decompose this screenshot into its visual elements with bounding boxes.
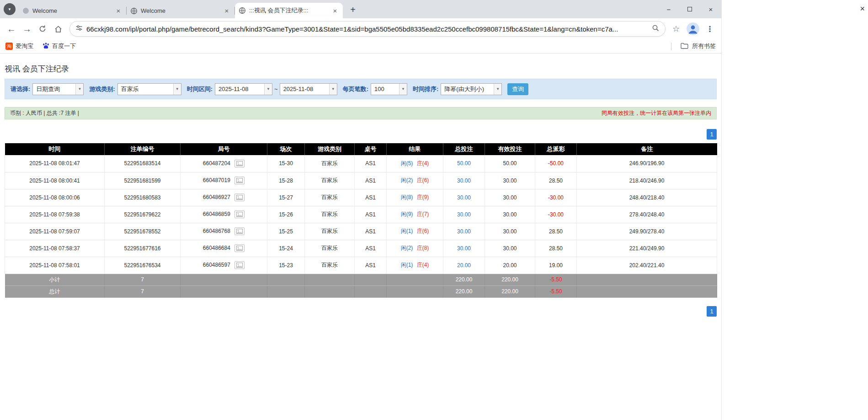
cell-valid-bet: 30.00 [485,189,535,206]
cell-result: 闲(2) 庄(8) [387,240,443,257]
subtotal-label: 小计 [5,274,105,285]
zoom-icon[interactable] [652,24,660,34]
bookmark-star-icon[interactable]: ☆ [669,22,683,36]
close-tab-icon[interactable]: × [331,6,339,15]
round-detail-icon[interactable] [234,177,245,184]
query-type-select[interactable]: 日期查询 ▼ [32,83,84,95]
round-number: 660486597 [203,262,230,268]
cell-total-bet: 30.00 [443,223,485,240]
cell-round: 660486768 [181,223,267,240]
cell-round: 660487204 [181,155,267,172]
date-to-value: 2025-11-08 [280,86,329,92]
tab-welcome-1[interactable]: Welcome × [18,3,126,18]
browser-window: ▼ Welcome × Welcome × [0,0,721,420]
all-bookmarks-button[interactable]: 所有书签 [671,42,716,50]
empty-cell [305,285,355,297]
cell-bet-id: 522951678552 [105,223,181,240]
cell-total-bet: 20.00 [443,257,485,274]
address-bar[interactable]: 66cxkj98.com/ipl/portal.php/game/betreco… [69,21,666,37]
result-banker: 庄(9) [417,194,429,200]
cell-bet-id: 522951681599 [105,172,181,189]
cell-table-no: AS1 [355,257,387,274]
result-banker: 庄(6) [417,228,429,234]
cell-note: 249.90/278.40 [577,223,717,240]
baidu-paw-icon [43,42,49,50]
new-tab-button[interactable]: + [346,3,359,16]
filter-bar: 请选择: 日期查询 ▼ 游戏类别: 百家乐 ▼ 时间区间: 2025-11-08… [5,79,717,99]
sort-select[interactable]: 降幂(由大到小) ▼ [441,83,502,95]
bookmark-taobao[interactable]: 淘 爱淘宝 [5,42,33,50]
cell-result: 闲(9) 庄(7) [387,206,443,223]
forward-button[interactable]: → [19,21,35,37]
round-detail-icon[interactable] [234,244,245,252]
cell-bet-id: 522951683514 [105,155,181,172]
close-window-button[interactable]: × [700,0,721,18]
cell-valid-bet: 30.00 [485,240,535,257]
background-window-close-icon[interactable]: × [860,4,865,14]
round-detail-icon[interactable] [234,210,245,218]
maximize-button[interactable] [679,0,700,18]
reload-button[interactable] [35,21,50,37]
tab-welcome-2[interactable]: Welcome × [127,3,234,18]
cell-time: 2025-11-08 07:59:38 [5,206,105,223]
date-from-select[interactable]: 2025-11-08 ▼ [215,83,272,95]
cell-game-type: 百家乐 [305,155,355,172]
tab-search-button[interactable]: ▼ [4,3,16,15]
tab-strip: ▼ Welcome × Welcome × [0,0,721,18]
chevron-down-icon: ▼ [494,84,501,95]
pagination-top: 1 [5,129,717,140]
bookmark-baidu[interactable]: 百度一下 [43,42,76,50]
table-row: 2025-11-08 07:58:37 522951677616 6604866… [5,240,717,257]
screen: ▼ Welcome × Welcome × [0,0,868,420]
round-detail-icon[interactable] [234,227,245,235]
chevron-down-icon: ▼ [75,84,83,95]
query-type-value: 日期查询 [33,85,75,93]
all-bookmarks-label: 所有书签 [692,42,716,50]
search-button[interactable]: 查询 [507,83,528,95]
url-text[interactable]: 66cxkj98.com/ipl/portal.php/game/betreco… [86,25,647,33]
cell-time: 2025-11-08 07:59:07 [5,223,105,240]
round-number: 660486927 [203,194,230,200]
header-session: 场次 [267,143,305,155]
table-row: 2025-11-08 07:59:38 522951679622 6604868… [5,206,717,223]
total-label: 总计 [5,285,105,297]
back-button[interactable]: ← [4,21,19,37]
home-button[interactable] [50,21,66,37]
round-detail-icon[interactable] [234,261,245,269]
background-window: × [721,0,868,420]
cell-table-no: AS1 [355,189,387,206]
minimize-button[interactable]: − [658,0,679,18]
globe-favicon [130,7,138,15]
empty-cell [267,274,305,285]
close-tab-icon[interactable]: × [223,7,231,15]
round-number: 660486859 [203,211,230,217]
date-separator: ~ [274,86,278,92]
result-player: 闲(5) [401,160,413,167]
sort-label: 时间排序: [413,85,438,93]
page-1-button[interactable]: 1 [707,129,717,140]
tab-betrecord-active[interactable]: :::视讯 会员下注纪录::: × [235,3,343,18]
page-1-button[interactable]: 1 [707,306,717,317]
profile-avatar[interactable] [687,22,699,35]
cell-valid-bet: 30.00 [485,206,535,223]
game-type-select[interactable]: 百家乐 ▼ [117,83,181,95]
close-tab-icon[interactable]: × [114,7,122,15]
total-valid-bet: 220.00 [485,285,535,297]
tab-title: :::视讯 会员下注纪录::: [249,6,328,15]
empty-cell [577,285,717,297]
empty-cell [387,285,443,297]
bookmarks-separator [671,43,671,50]
cell-total-bet: 30.00 [443,172,485,189]
page-size-select[interactable]: 100 ▼ [371,83,407,95]
browser-menu-icon[interactable]: ⋮ [703,22,717,36]
round-detail-icon[interactable] [234,160,245,167]
round-number: 660486684 [203,245,230,251]
page-content: 视讯 会员下注纪录 请选择: 日期查询 ▼ 游戏类别: 百家乐 ▼ 时间区间: … [0,64,721,317]
round-detail-icon[interactable] [234,194,245,201]
cell-result: 闲(2) 庄(6) [387,172,443,189]
date-to-select[interactable]: 2025-11-08 ▼ [280,83,337,95]
cell-round: 660486927 [181,189,267,206]
site-settings-icon[interactable] [75,24,83,33]
cell-note: 246.90/196.90 [577,155,717,172]
cell-table-no: AS1 [355,155,387,172]
